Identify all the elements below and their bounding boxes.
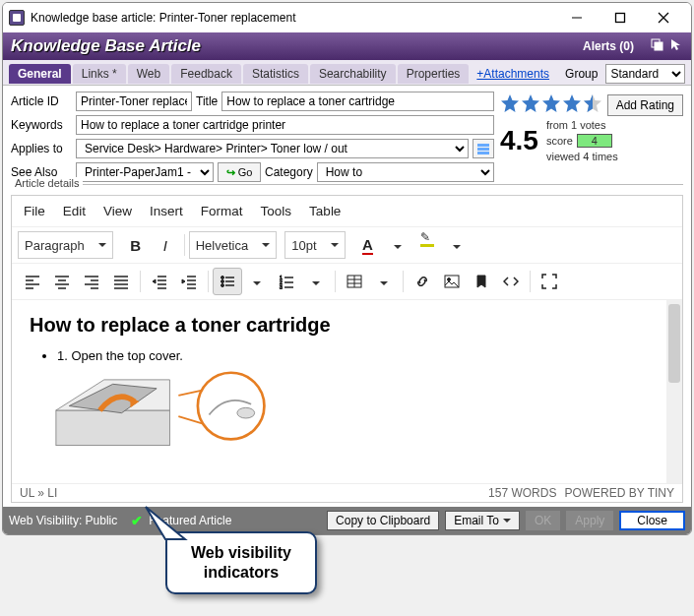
text-color-dropdown[interactable] <box>383 231 412 259</box>
close-button[interactable] <box>642 4 685 31</box>
title-input[interactable] <box>221 92 494 111</box>
menu-tools[interactable]: Tools <box>261 204 292 218</box>
add-rating-button[interactable]: Add Rating <box>607 94 683 116</box>
svg-rect-7 <box>477 148 489 151</box>
tab-links[interactable]: Links * <box>73 64 126 84</box>
rating-votes: from 1 votes <box>546 119 618 131</box>
star-icon <box>500 93 520 117</box>
highlight-button[interactable] <box>412 231 442 259</box>
score-badge: 4 <box>577 134 612 148</box>
editor-toolbar-1: Paragraph B I Helvetica 10pt A <box>12 227 682 264</box>
copy-icon[interactable] <box>650 37 663 55</box>
table-button[interactable] <box>340 268 369 295</box>
content-heading: How to replace a toner cartridge <box>30 314 664 337</box>
article-details-fieldset: Article details <box>11 184 683 185</box>
align-justify-button[interactable] <box>106 268 136 295</box>
rating-panel: Add Rating 4.5 from 1 votes score 4 view… <box>500 92 683 182</box>
numbered-list-button[interactable]: 123 <box>272 268 301 295</box>
highlight-dropdown[interactable] <box>442 231 472 259</box>
email-to-select[interactable]: Email To <box>445 511 520 530</box>
svg-point-9 <box>221 277 224 279</box>
close-dialog-button[interactable]: Close <box>619 511 685 530</box>
svg-rect-18 <box>56 410 170 446</box>
tab-general[interactable]: General <box>9 64 71 84</box>
font-family-select[interactable]: Helvetica <box>189 231 277 259</box>
star-icon <box>541 93 561 117</box>
bookmark-button[interactable] <box>467 268 496 295</box>
callout-line1: Web visibility <box>191 543 291 563</box>
align-center-button[interactable] <box>47 268 77 295</box>
svg-rect-1 <box>616 14 625 23</box>
menu-file[interactable]: File <box>24 204 45 218</box>
link-button[interactable] <box>408 268 437 295</box>
align-left-button[interactable] <box>18 268 47 295</box>
applies-browse-button[interactable] <box>473 139 494 158</box>
svg-text:3: 3 <box>280 284 283 289</box>
ok-button: OK <box>526 511 560 530</box>
score-label: score <box>546 135 573 147</box>
editor-scrollbar[interactable] <box>666 300 682 483</box>
image-button[interactable] <box>437 268 467 295</box>
keywords-input[interactable] <box>76 115 494 135</box>
table-dropdown[interactable] <box>369 268 399 295</box>
maximize-button[interactable] <box>599 4 642 31</box>
alerts-link[interactable]: Alerts (0) <box>583 39 634 53</box>
font-size-select[interactable]: 10pt <box>284 231 345 259</box>
element-path[interactable]: UL » LI <box>20 486 488 500</box>
menu-table[interactable]: Table <box>309 204 341 218</box>
outdent-button[interactable] <box>145 268 174 295</box>
block-format-select[interactable]: Paragraph <box>18 231 113 259</box>
group-select[interactable]: Standard <box>605 64 685 84</box>
viewed-count: viewed 4 times <box>546 151 618 162</box>
keywords-label: Keywords <box>11 118 72 132</box>
cursor-icon[interactable] <box>669 37 683 55</box>
svg-point-10 <box>221 280 224 283</box>
rich-text-editor: File Edit View Insert Format Tools Table… <box>11 195 683 503</box>
copy-clipboard-button[interactable]: Copy to Clipboard <box>327 511 439 530</box>
minimize-button[interactable] <box>555 4 599 31</box>
menu-view[interactable]: View <box>103 204 132 218</box>
bullet-list-button[interactable] <box>213 268 242 295</box>
fullscreen-button[interactable] <box>535 268 564 295</box>
tab-searchability[interactable]: Searchability <box>310 64 396 84</box>
star-half-icon <box>583 93 602 117</box>
menu-edit[interactable]: Edit <box>63 204 86 218</box>
tab-web[interactable]: Web <box>128 64 169 84</box>
indent-button[interactable] <box>174 268 204 295</box>
web-visibility-label: Web Visibility: Public <box>9 514 117 527</box>
powered-by: POWERED BY TINY <box>564 486 674 500</box>
bullet-list-dropdown[interactable] <box>242 268 272 295</box>
menu-insert[interactable]: Insert <box>150 204 183 218</box>
align-right-button[interactable] <box>77 268 106 295</box>
tab-properties[interactable]: Properties <box>398 64 470 84</box>
article-id-input[interactable] <box>76 92 192 111</box>
editor-menubar: File Edit View Insert Format Tools Table <box>12 196 682 227</box>
star-icon <box>521 93 540 117</box>
code-button[interactable] <box>496 268 526 295</box>
star-rating <box>500 93 602 117</box>
italic-button[interactable]: I <box>151 231 180 259</box>
numbered-list-dropdown[interactable] <box>301 268 331 295</box>
editor-toolbar-2: 123 <box>12 264 682 300</box>
applies-select[interactable]: Service Desk> Hardware> Printer> Toner l… <box>76 139 469 158</box>
printer-illustration <box>37 371 293 450</box>
go-button[interactable]: ↪Go <box>218 162 261 182</box>
app-window: Knowledge base article: Printer-Toner re… <box>2 2 692 535</box>
seealso-select[interactable]: Printer-PaperJam1 - Fix <box>76 162 214 182</box>
titlebar: Knowledge base article: Printer-Toner re… <box>3 3 691 32</box>
form-area: Article ID Title Keywords Applies to Ser… <box>3 86 691 184</box>
svg-point-20 <box>237 407 255 418</box>
star-icon <box>562 93 582 117</box>
group-label: Group <box>565 67 598 81</box>
menu-format[interactable]: Format <box>201 204 243 218</box>
text-color-button[interactable]: A <box>353 231 383 259</box>
word-count: 157 WORDS <box>488 486 556 500</box>
category-select[interactable]: How to <box>317 162 494 182</box>
editor-content[interactable]: How to replace a toner cartridge 1. Open… <box>12 300 682 483</box>
apply-button: Apply <box>566 511 613 530</box>
app-icon <box>9 10 25 26</box>
tab-statistics[interactable]: Statistics <box>243 64 308 84</box>
tab-feedback[interactable]: Feedback <box>171 64 241 84</box>
tab-attachments[interactable]: +Attachments <box>471 64 555 84</box>
bold-button[interactable]: B <box>121 231 151 259</box>
